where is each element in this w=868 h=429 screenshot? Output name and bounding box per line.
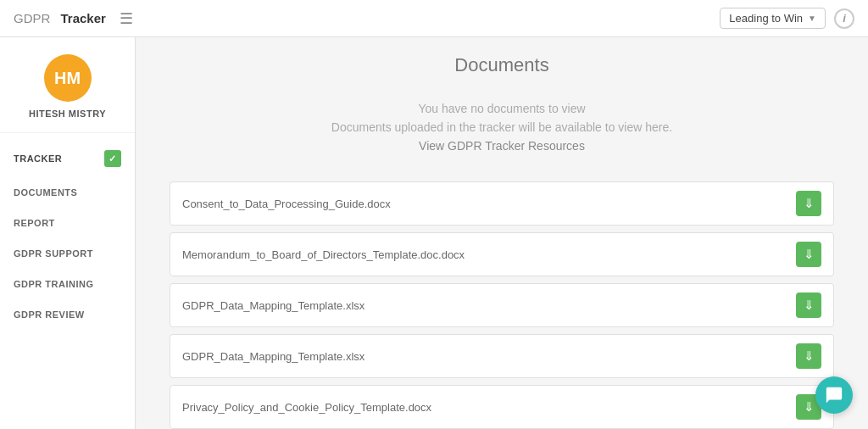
logo-gdpr: GDPR — [14, 11, 50, 25]
sidebar-item-label-report: REPORT — [14, 218, 55, 228]
sidebar-item-label-gdpr-support: GDPR SUPPORT — [14, 248, 93, 259]
main-content: Documents You have no documents to view … — [136, 37, 868, 429]
org-name: Leading to Win — [729, 12, 803, 25]
resources-link[interactable]: View GDPR Tracker Resources — [170, 139, 834, 153]
table-row: GDPR_Data_Mapping_Template.xlsx⇓ — [170, 283, 834, 327]
app-logo: GDPR Tracker — [14, 11, 106, 25]
avatar: HM — [44, 54, 92, 102]
table-row: Memorandum_to_Board_of_Directors_Templat… — [170, 232, 834, 276]
sidebar-item-label-documents: DOCUMENTS — [14, 187, 77, 198]
table-row: Privacy_Policy_and_Cookie_Policy_Templat… — [170, 385, 834, 429]
doc-name: Memorandum_to_Board_of_Directors_Templat… — [182, 248, 465, 261]
document-list: Consent_to_Data_Processing_Guide.docx⇓Me… — [170, 181, 834, 429]
table-row: GDPR_Data_Mapping_Template.xlsx⇓ — [170, 334, 834, 378]
sidebar: HM HITESH MISTRY TRACKER✓DOCUMENTSREPORT… — [0, 37, 136, 429]
user-section: HM HITESH MISTRY — [0, 37, 135, 133]
check-badge-icon: ✓ — [104, 150, 121, 167]
download-button[interactable]: ⇓ — [796, 343, 821, 369]
user-name: HITESH MISTRY — [29, 109, 106, 119]
table-row: Consent_to_Data_Processing_Guide.docx⇓ — [170, 181, 834, 226]
chat-bubble[interactable] — [815, 376, 853, 414]
org-selector[interactable]: Leading to Win ▼ — [720, 8, 826, 29]
doc-name: Privacy_Policy_and_Cookie_Policy_Templat… — [182, 401, 431, 414]
sidebar-item-report[interactable]: REPORT — [0, 208, 135, 238]
sidebar-item-label-gdpr-review: GDPR REVIEW — [14, 309, 85, 320]
logo-tracker: Tracker — [61, 11, 106, 25]
app-header: GDPR Tracker ☰ Leading to Win ▼ i — [0, 0, 868, 37]
download-button[interactable]: ⇓ — [796, 242, 821, 267]
layout: HM HITESH MISTRY TRACKER✓DOCUMENTSREPORT… — [0, 37, 868, 429]
download-button[interactable]: ⇓ — [796, 292, 821, 318]
doc-name: Consent_to_Data_Processing_Guide.docx — [182, 198, 391, 210]
download-button[interactable]: ⇓ — [796, 191, 821, 216]
chevron-down-icon: ▼ — [808, 14, 816, 23]
empty-state: You have no documents to view Documents … — [170, 102, 834, 158]
header-right: Leading to Win ▼ i — [720, 8, 854, 29]
empty-line1: You have no documents to view — [170, 102, 834, 115]
sidebar-item-gdpr-review[interactable]: GDPR REVIEW — [0, 299, 135, 330]
chat-icon — [825, 386, 843, 404]
info-icon[interactable]: i — [834, 8, 854, 29]
header-left: GDPR Tracker ☰ — [14, 9, 133, 28]
sidebar-item-gdpr-support[interactable]: GDPR SUPPORT — [0, 238, 135, 269]
sidebar-item-gdpr-training[interactable]: GDPR TRAINING — [0, 269, 135, 299]
sidebar-item-documents[interactable]: DOCUMENTS — [0, 177, 135, 208]
page-title: Documents — [170, 54, 834, 76]
sidebar-item-label-gdpr-training: GDPR TRAINING — [14, 279, 94, 289]
hamburger-icon[interactable]: ☰ — [120, 9, 133, 28]
empty-line2: Documents uploaded in the tracker will b… — [170, 120, 834, 134]
sidebar-item-tracker[interactable]: TRACKER✓ — [0, 140, 135, 177]
doc-name: GDPR_Data_Mapping_Template.xlsx — [182, 350, 364, 363]
sidebar-nav: TRACKER✓DOCUMENTSREPORTGDPR SUPPORTGDPR … — [0, 133, 135, 330]
sidebar-item-label-tracker: TRACKER — [14, 153, 62, 164]
doc-name: GDPR_Data_Mapping_Template.xlsx — [182, 299, 364, 312]
